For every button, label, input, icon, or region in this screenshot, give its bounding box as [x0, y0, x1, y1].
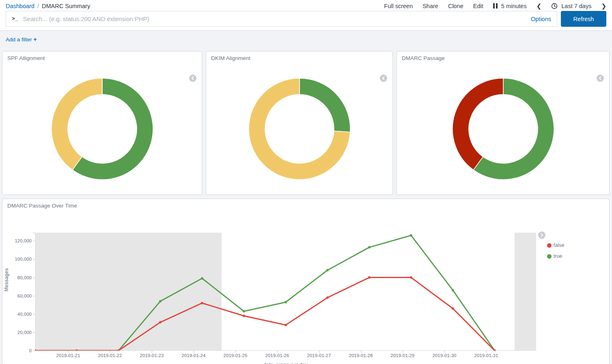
clock-icon: [551, 3, 558, 9]
x-axis-tick-label: 2019-01-25: [224, 353, 248, 358]
x-axis-tick: [277, 351, 278, 353]
edit-button[interactable]: Edit: [473, 3, 483, 9]
data-point-false-2019-01-20[interactable]: [35, 349, 36, 351]
data-point-true-2019-01-24[interactable]: [201, 277, 203, 280]
panel-dkim-alignment: DKIM Alignment: [206, 51, 393, 195]
data-point-false-2019-01-26[interactable]: [284, 324, 287, 326]
y-axis-tick-label: 20,000: [17, 330, 32, 335]
dmarc-passage-donut-chart[interactable]: [452, 78, 554, 180]
panel-title: SPF Allignment: [2, 51, 202, 61]
x-axis-tick-label: 2019-01-28: [349, 353, 373, 358]
x-axis-tick-label: 2019-01-21: [56, 353, 80, 358]
pause-icon[interactable]: [493, 3, 498, 9]
y-axis-tick-label: 120,000: [15, 238, 32, 243]
panel-spf-alignment: SPF Allignment: [2, 51, 202, 195]
data-point-false-2019-01-29[interactable]: [410, 276, 412, 279]
data-point-true-2019-01-25[interactable]: [243, 310, 245, 313]
search-input[interactable]: [23, 15, 526, 22]
x-axis-tick: [486, 351, 487, 353]
x-axis-tick: [68, 351, 69, 353]
data-point-false-2019-01-24[interactable]: [201, 302, 203, 304]
filter-bar: Add a filter +: [0, 30, 612, 49]
y-axis-tick: [33, 351, 35, 351]
full-screen-button[interactable]: Full screen: [384, 3, 413, 9]
series-line-false: [35, 278, 495, 351]
x-axis-tick: [194, 351, 194, 353]
donut-slice-green[interactable]: [300, 78, 350, 132]
dashboard-grid: SPF Allignment DKIM Alignment DMARC Pass…: [0, 49, 612, 364]
legend-dot-icon: [547, 243, 552, 248]
legend-toggle-icon[interactable]: [380, 75, 387, 82]
data-point-true-2019-01-26[interactable]: [284, 301, 287, 303]
legend-label: false: [554, 242, 564, 248]
options-link[interactable]: Options: [531, 16, 551, 22]
donut-slice-yellow[interactable]: [52, 78, 102, 170]
breadcrumb-separator: /: [37, 3, 39, 9]
x-axis-tick-label: 2019-01-26: [265, 353, 289, 358]
x-axis-tick-label: 2019-01-24: [182, 353, 206, 358]
data-point-false-2019-01-28[interactable]: [368, 276, 371, 279]
time-range-button[interactable]: Last 7 days: [561, 3, 591, 9]
series-line-true: [35, 236, 495, 351]
data-point-true-2019-01-27[interactable]: [326, 269, 329, 271]
dkim-alignment-donut-chart[interactable]: [248, 78, 351, 180]
legend-toggle-icon[interactable]: [538, 231, 545, 239]
search-box: >_ Options: [6, 11, 557, 27]
y-axis-tick-label: 100,000: [15, 257, 32, 261]
y-axis-tick-label: 40,000: [17, 312, 32, 317]
chart-legend: falsetrue: [538, 231, 607, 264]
breadcrumb-dashboard-link[interactable]: Dashboard: [6, 3, 34, 9]
query-prompt-icon: >_: [12, 16, 18, 22]
x-axis-tick: [361, 351, 361, 353]
data-point-false-2019-01-25[interactable]: [243, 315, 245, 317]
share-button[interactable]: Share: [422, 3, 438, 9]
spf-alignment-donut-chart[interactable]: [51, 78, 153, 180]
data-point-false-2019-01-23[interactable]: [159, 321, 162, 323]
data-point-false-2019-01-21[interactable]: [75, 349, 78, 351]
x-axis-title: date_range per day: [35, 362, 536, 364]
search-row: >_ Options Refresh: [0, 11, 612, 27]
x-axis-tick-label: 2019-01-30: [433, 353, 457, 358]
y-axis-tick-label: 80,000: [17, 275, 32, 280]
refresh-button[interactable]: Refresh: [561, 11, 606, 27]
x-axis-tick: [152, 351, 152, 353]
y-axis-tick-label: 60,000: [17, 293, 32, 298]
line-chart-plot[interactable]: [35, 233, 536, 351]
x-axis-tick: [235, 351, 236, 353]
time-forward-icon[interactable]: ❯: [601, 3, 606, 9]
x-axis-tick: [110, 351, 110, 353]
x-axis-tick-label: 2019-01-23: [140, 353, 164, 358]
x-axis-tick-label: 2019-01-27: [307, 353, 331, 358]
legend-item-false[interactable]: false: [547, 242, 607, 248]
panel-dmarc-passage-over-time: DMARC Passage Over Time Messages 020,000…: [2, 199, 610, 364]
page-title: DMARC Summary: [42, 3, 90, 9]
x-axis-tick: [444, 351, 445, 353]
time-back-icon[interactable]: ❮: [537, 3, 542, 9]
legend-toggle-icon[interactable]: [189, 75, 196, 82]
data-point-true-2019-01-23[interactable]: [159, 300, 162, 302]
panel-title: DKIM Alignment: [206, 51, 392, 61]
x-axis-tick: [319, 351, 319, 353]
legend-item-true[interactable]: true: [547, 253, 607, 259]
data-point-false-2019-01-27[interactable]: [326, 296, 329, 299]
breadcrumb: Dashboard / DMARC Summary: [6, 3, 90, 9]
panel-title: DMARC Passage: [397, 51, 609, 61]
x-axis-tick-label: 2019-01-29: [391, 353, 415, 358]
data-point-true-2019-01-29[interactable]: [410, 234, 412, 237]
data-point-true-2019-01-28[interactable]: [368, 246, 371, 248]
donut-slice-red[interactable]: [453, 78, 503, 170]
legend-toggle-icon[interactable]: [597, 75, 604, 82]
y-axis-title: Messages: [4, 268, 9, 291]
add-filter-link[interactable]: Add a filter +: [6, 36, 37, 43]
data-point-true-2019-01-30[interactable]: [452, 289, 454, 291]
data-point-false-2019-01-30[interactable]: [452, 307, 454, 310]
x-axis-tick: [403, 351, 403, 353]
line-chart-svg[interactable]: [35, 233, 536, 351]
plus-icon: +: [33, 36, 37, 43]
y-axis-tick-label: 0: [29, 348, 32, 353]
top-nav: Full screen Share Clone Edit 5 minutes ❮…: [384, 3, 606, 9]
panel-dmarc-passage: DMARC Passage: [397, 51, 610, 195]
kibana-dashboard-screen: Dashboard / DMARC Summary Full screen Sh…: [0, 0, 612, 364]
refresh-interval-button[interactable]: 5 minutes: [501, 3, 527, 9]
clone-button[interactable]: Clone: [448, 3, 463, 9]
